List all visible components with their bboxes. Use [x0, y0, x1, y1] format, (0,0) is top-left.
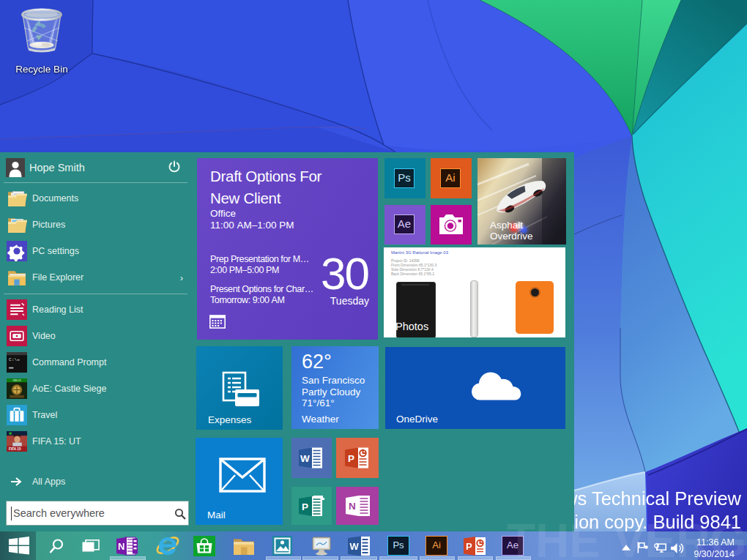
svg-text:XBOX: XBOX	[12, 378, 21, 382]
svg-text:W: W	[300, 453, 310, 464]
svg-text:N: N	[349, 501, 356, 512]
svg-text:Overdrive: Overdrive	[490, 231, 533, 242]
svg-text:P: P	[348, 453, 354, 464]
svg-text:P: P	[302, 501, 308, 512]
svg-text:C:\»: C:\»	[9, 357, 20, 362]
svg-text:W: W	[350, 541, 360, 552]
svg-text:Asphalt: Asphalt	[490, 220, 523, 231]
svg-text:FIFA 15: FIFA 15	[9, 447, 21, 451]
svg-text:P: P	[466, 541, 472, 552]
svg-text:N: N	[118, 541, 124, 552]
